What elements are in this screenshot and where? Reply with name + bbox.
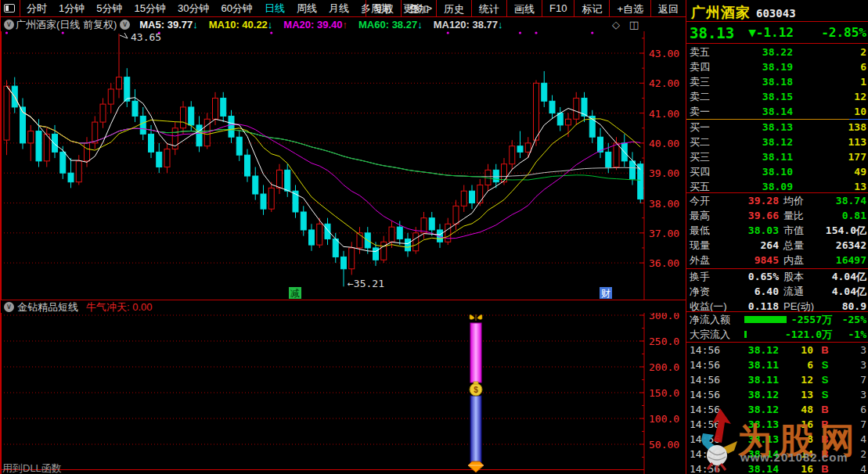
buy-vol: 113 [793, 136, 866, 148]
stat-row-4: 外盘9845内盘16497 [686, 253, 868, 268]
tick-row-6[interactable]: 14:5638.138B4 [686, 432, 868, 447]
svg-text:36.00: 36.00 [649, 257, 679, 269]
tick-price: 38.12 [724, 404, 779, 415]
toolbar-button-2[interactable]: 历史 [436, 0, 471, 17]
sell-vol: 10 [793, 106, 866, 117]
toolbar-button-3[interactable]: 统计 [471, 0, 506, 17]
stat-row-1: 净资6.40流通4.04亿 [686, 284, 868, 299]
candlestick-chart[interactable]: 43.0042.0041.0040.0039.0038.0037.0036.00… [1, 31, 686, 300]
stat-value: 39.66 [722, 210, 779, 221]
price-row: 38.13 ▼-1.12 -2.85% [686, 21, 868, 44]
tick-row-4[interactable]: 14:5638.1248B6 [686, 402, 868, 417]
buy-row-3[interactable]: 买四38.1049 [686, 164, 868, 179]
indicator-chevron-icon[interactable]: ∨ [4, 302, 14, 312]
indicator-header: ∨ 金钻精品短线 牛气冲天: 0.00 [1, 301, 686, 313]
tick-row-7[interactable]: 14:5638.1414B2 [686, 447, 868, 461]
stat-label: 外盘 [690, 253, 722, 268]
fund-flow-bar [744, 331, 747, 338]
stat-label-2: 均价 [783, 194, 804, 208]
stat-value-2: 80.9 [814, 300, 866, 312]
svg-text:40.00: 40.00 [649, 138, 679, 149]
menu-period-0[interactable]: 分时 [27, 2, 47, 16]
menu-period-1[interactable]: 1分钟 [59, 2, 85, 16]
layout-toggle-icon[interactable] [4, 4, 15, 13]
buy-price: 38.11 [721, 151, 793, 163]
toolbar-button-6[interactable]: 标记 [574, 0, 609, 17]
indicator-name[interactable]: 金钻精品短线 [17, 300, 78, 314]
dropdown-chevron-icon[interactable]: ∨ [120, 20, 130, 30]
tick-row-5[interactable]: 14:5638.1316B7 [686, 417, 868, 432]
menu-period-5[interactable]: 60分钟 [221, 2, 252, 16]
toolbar-button-5[interactable]: F10 [542, 0, 574, 17]
tick-row-3[interactable]: 14:5638.1213S3 [686, 387, 868, 402]
buy-row-1[interactable]: 买二38.12113 [686, 135, 868, 149]
sell-row-1[interactable]: 卖四38.196 [686, 59, 868, 74]
trading-app-window: 分时1分钟5分钟15分钟30分钟60分钟日线周线月线多周期更多 > 复权叠加历史… [0, 0, 868, 474]
action-buttons: 复权叠加历史统计画线F10标记+自选返回 [366, 0, 686, 17]
svg-text:减: 减 [290, 288, 300, 299]
toolbar-button-1[interactable]: 叠加 [401, 0, 436, 17]
tick-price: 38.11 [724, 374, 779, 386]
buy-row-0[interactable]: 买一38.13138 [686, 120, 868, 135]
sell-label: 卖二 [690, 90, 721, 104]
svg-text:43.00: 43.00 [649, 48, 679, 59]
tick-list[interactable]: 14:5638.1210B314:5638.116S314:5638.1112S… [686, 342, 868, 474]
stat-value-2: 38.74 [804, 195, 866, 206]
chart-corner-icons[interactable]: ◇ ◫ [612, 19, 642, 31]
stat-value: 0.118 [738, 300, 779, 312]
menu-period-4[interactable]: 30分钟 [178, 2, 209, 16]
menu-period-6[interactable]: 日线 [265, 2, 285, 16]
tick-count: 7 [837, 418, 866, 430]
buy-label: 买五 [690, 180, 721, 194]
tick-side: B [813, 433, 837, 445]
collapse-chevron-icon[interactable]: ∨ [4, 20, 14, 30]
svg-text:42.00: 42.00 [649, 77, 679, 89]
menu-period-8[interactable]: 月线 [329, 2, 349, 16]
tick-side: B [813, 448, 837, 460]
svg-text:39.00: 39.00 [649, 167, 679, 179]
tick-time: 14:56 [690, 359, 724, 371]
buy-vol: 138 [793, 121, 866, 133]
buy-vol: 49 [793, 166, 866, 178]
tick-row-2[interactable]: 14:5638.1112S7 [686, 372, 868, 387]
ma-arrow-icon: ↓ [417, 19, 423, 31]
tick-price: 38.12 [724, 344, 779, 356]
sell-price: 38.18 [721, 76, 793, 88]
stock-header: 广州酒家 603043 [686, 0, 868, 21]
sell-vol: 12 [793, 91, 866, 102]
tick-side: B [813, 344, 837, 356]
fund-flow-pct: -1% [832, 329, 866, 340]
tick-row-8[interactable]: 14:5638.1416B4 [686, 461, 868, 474]
toolbar-button-7[interactable]: +自选 [609, 0, 650, 17]
sell-row-3[interactable]: 卖二38.1512 [686, 89, 868, 104]
toolbar-button-8[interactable]: 返回 [650, 0, 686, 17]
tick-row-1[interactable]: 14:5638.116S3 [686, 357, 868, 372]
toolbar-button-0[interactable]: 复权 [366, 0, 401, 17]
stat-value-2: 4.04亿 [804, 285, 866, 299]
menu-period-2[interactable]: 5分钟 [96, 2, 122, 16]
sell-row-4[interactable]: 卖一38.1410 [686, 104, 868, 119]
menu-period-7[interactable]: 周线 [297, 2, 317, 16]
sell-vol: 1 [793, 76, 866, 88]
indicator-chart[interactable]: 300.0250.0200.0150.0100.050.00$ [1, 313, 686, 474]
stat-value-2: 4.04亿 [804, 270, 866, 284]
stat-value-2: 154.0亿 [804, 224, 866, 238]
sell-row-2[interactable]: 卖三38.181 [686, 74, 868, 89]
book-separator [686, 119, 868, 120]
menu-period-3[interactable]: 15分钟 [134, 2, 165, 16]
tick-count: 2 [837, 448, 866, 460]
sell-price: 38.14 [721, 106, 793, 117]
tick-side: S [813, 359, 837, 371]
sell-label: 卖一 [690, 105, 721, 119]
ma-arrow-icon: ↓ [498, 19, 503, 31]
svg-text:37.00: 37.00 [649, 228, 679, 239]
buy-row-2[interactable]: 买三38.11177 [686, 149, 868, 164]
sell-row-0[interactable]: 卖五38.222 [686, 45, 868, 59]
tick-side: B [813, 418, 837, 430]
fund-flow-pct: -25% [832, 314, 866, 325]
svg-text:50.00: 50.00 [649, 439, 679, 451]
tick-row-0[interactable]: 14:5638.1210B3 [686, 343, 868, 357]
toolbar-button-4[interactable]: 画线 [506, 0, 542, 17]
tick-vol: 16 [779, 418, 813, 430]
tick-time: 14:56 [690, 344, 724, 356]
